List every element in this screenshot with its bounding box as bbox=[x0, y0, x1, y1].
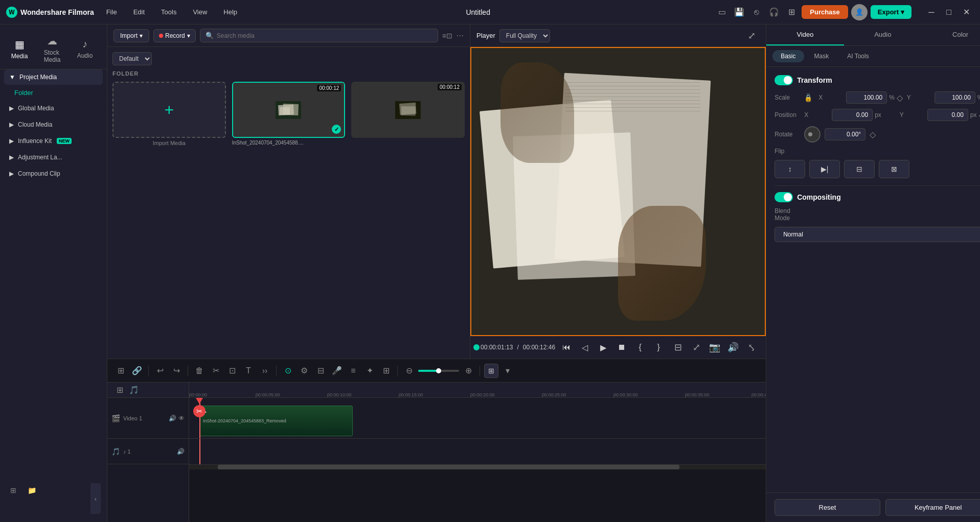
zoom-in-button[interactable]: ⊕ bbox=[461, 364, 475, 378]
compositing-toggle[interactable] bbox=[774, 192, 793, 202]
flip-4-button[interactable]: ⊠ bbox=[879, 160, 909, 178]
menu-tools[interactable]: Tools bbox=[157, 6, 180, 18]
snap-button[interactable]: ⚙ bbox=[297, 364, 311, 378]
snapshot-button[interactable]: 📷 bbox=[706, 339, 723, 355]
track-eye-icon[interactable]: 👁 bbox=[178, 415, 185, 422]
settings-button[interactable]: ⤣ bbox=[743, 339, 760, 355]
close-button[interactable]: ✕ bbox=[959, 5, 974, 20]
flip-3-button[interactable]: ⊟ bbox=[844, 160, 875, 178]
keyframe-panel-button[interactable]: Keyframe Panel bbox=[885, 499, 980, 516]
scale-x-keyframe[interactable]: ◇ bbox=[897, 93, 903, 103]
sidebar-item-folder[interactable]: Folder bbox=[4, 86, 103, 100]
rewind-button[interactable]: ⏮ bbox=[559, 340, 574, 354]
audio-button[interactable]: 🔊 bbox=[725, 339, 741, 355]
tab-audio[interactable]: ♪ Audio bbox=[70, 34, 100, 63]
add-audio-track-button[interactable]: 🎵 bbox=[128, 384, 140, 396]
more-options-icon[interactable]: ⋯ bbox=[457, 32, 464, 40]
scale-y-input[interactable] bbox=[935, 91, 975, 104]
mark-out-button[interactable]: } bbox=[651, 340, 666, 354]
blend-mode-select[interactable]: Normal bbox=[774, 227, 980, 242]
search-input[interactable] bbox=[217, 32, 432, 39]
timeline-scrollbar[interactable] bbox=[189, 464, 766, 469]
collapse-panel-button[interactable]: ‹ bbox=[90, 483, 101, 514]
user-avatar[interactable]: 👤 bbox=[851, 4, 868, 20]
export-button[interactable]: Export ▾ bbox=[871, 5, 911, 19]
import-button[interactable]: Import ▾ bbox=[113, 29, 149, 42]
sub-tab-mask[interactable]: Mask bbox=[806, 50, 837, 62]
menu-file[interactable]: File bbox=[102, 6, 121, 18]
text-button[interactable]: T bbox=[241, 364, 256, 378]
import-folder-icon[interactable]: 📁 bbox=[25, 483, 39, 497]
pos-x-input[interactable] bbox=[832, 109, 873, 121]
flip-v-button[interactable]: ▶| bbox=[809, 160, 840, 178]
video-clip[interactable]: ▶ InShot-20240704_204545883_Removed bbox=[199, 406, 353, 436]
redo-button[interactable]: ↪ bbox=[169, 364, 184, 378]
grid-view-button[interactable]: ⊞ bbox=[484, 364, 498, 378]
scale-x-input[interactable] bbox=[846, 91, 887, 104]
tab-video[interactable]: Video bbox=[766, 25, 844, 45]
new-folder-icon[interactable]: ⊞ bbox=[6, 483, 20, 497]
sidebar-item-compound-clip[interactable]: ▶ Compound Clip bbox=[4, 166, 103, 181]
sort-select[interactable]: Default bbox=[112, 52, 152, 65]
record-button[interactable]: Record ▾ bbox=[153, 29, 196, 42]
layout-icon[interactable]: ⊞ bbox=[784, 5, 799, 19]
save-icon[interactable]: 💾 bbox=[732, 5, 746, 19]
rotate-keyframe[interactable]: ◇ bbox=[870, 130, 876, 139]
zoom-out-button[interactable]: ⊖ bbox=[402, 364, 416, 378]
headphones-icon[interactable]: 🎧 bbox=[767, 5, 781, 19]
import-media-slot[interactable]: + Import Media bbox=[112, 82, 226, 146]
menu-help[interactable]: Help bbox=[219, 6, 241, 18]
minimize-button[interactable]: ─ bbox=[924, 5, 939, 20]
share-icon[interactable]: ⎋ bbox=[749, 5, 764, 19]
tab-titles[interactable]: T Titles bbox=[102, 34, 107, 63]
flip-h-button[interactable]: ↕ bbox=[774, 160, 805, 178]
audio-mute-icon[interactable]: 🔊 bbox=[177, 448, 185, 455]
sidebar-item-cloud-media[interactable]: ▶ Cloud Media bbox=[4, 117, 103, 132]
menu-edit[interactable]: Edit bbox=[129, 6, 149, 18]
media-item-clip1[interactable]: 00:00:12 ✓ InShot_20240704_20454588.... bbox=[232, 82, 346, 146]
sidebar-item-influence-kit[interactable]: ▶ Influence Kit NEW bbox=[4, 133, 103, 149]
filter-icon[interactable]: ≡⊡ bbox=[442, 32, 452, 40]
play-button[interactable]: ▶ bbox=[596, 340, 610, 354]
tab-media[interactable]: ▦ Media bbox=[4, 34, 35, 64]
reset-button[interactable]: Reset bbox=[774, 499, 880, 516]
add-video-track-button[interactable]: ⊞ bbox=[113, 384, 126, 396]
tab-audio-panel[interactable]: Audio bbox=[844, 25, 922, 45]
purchase-button[interactable]: Purchase bbox=[802, 5, 848, 19]
rotate-input[interactable] bbox=[825, 128, 865, 140]
transform-toggle[interactable] bbox=[774, 75, 793, 85]
mark-button[interactable]: ⊙ bbox=[281, 364, 295, 378]
pos-y-input[interactable] bbox=[927, 109, 968, 121]
tab-color[interactable]: Color bbox=[922, 25, 980, 45]
fullscreen2-button[interactable]: ⤢ bbox=[688, 339, 704, 355]
sidebar-item-adjustment[interactable]: ▶ Adjustment La... bbox=[4, 150, 103, 165]
step-back-button[interactable]: ◁ bbox=[578, 340, 592, 354]
fullscreen-icon[interactable]: ⤢ bbox=[743, 28, 760, 44]
sidebar-item-global-media[interactable]: ▶ Global Media bbox=[4, 101, 103, 116]
grid-arrow-button[interactable]: ▾ bbox=[500, 364, 515, 378]
sidebar-item-project-media[interactable]: ▼ Project Media bbox=[4, 69, 103, 85]
lock-icon[interactable]: 🔒 bbox=[804, 94, 812, 102]
stop-button[interactable]: ⏹ bbox=[614, 340, 629, 354]
delete-button[interactable]: 🗑 bbox=[192, 364, 207, 378]
multi-button[interactable]: ⊞ bbox=[379, 364, 393, 378]
media-item-clip2[interactable]: 00:00:12 bbox=[351, 82, 465, 146]
maximize-button[interactable]: □ bbox=[941, 5, 956, 20]
voice-button[interactable]: ≡ bbox=[346, 364, 360, 378]
sub-tab-basic[interactable]: Basic bbox=[772, 50, 804, 62]
rotate-circle[interactable] bbox=[804, 126, 821, 143]
ai-button[interactable]: ✦ bbox=[362, 364, 377, 378]
quality-select[interactable]: Full Quality bbox=[499, 29, 550, 42]
track-volume-icon[interactable]: 🔊 bbox=[169, 415, 176, 422]
add-track-button[interactable]: ⊞ bbox=[113, 364, 128, 378]
menu-view[interactable]: View bbox=[189, 6, 211, 18]
more-tl-button[interactable]: ›› bbox=[258, 364, 272, 378]
zoom-bar[interactable] bbox=[418, 370, 459, 372]
crop-button[interactable]: ⊡ bbox=[225, 364, 239, 378]
tab-stock-media[interactable]: ☁ Stock Media bbox=[37, 31, 67, 67]
sub-tab-ai-tools[interactable]: AI Tools bbox=[839, 50, 877, 62]
mark-in-button[interactable]: { bbox=[633, 340, 647, 354]
cut-button[interactable]: ✂ bbox=[209, 364, 223, 378]
to-timeline-button[interactable]: ⊟ bbox=[670, 339, 686, 355]
undo-button[interactable]: ↩ bbox=[153, 364, 167, 378]
